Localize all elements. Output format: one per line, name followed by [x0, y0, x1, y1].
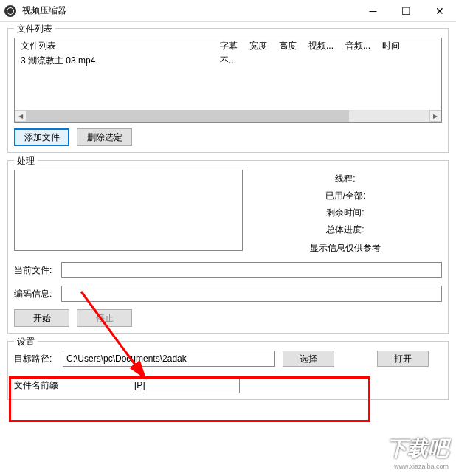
table-row[interactable]: 3 潮流教主 03.mp4 不...: [21, 53, 441, 68]
scroll-left-icon[interactable]: ◀: [15, 110, 27, 122]
col-audio[interactable]: 音频...: [345, 40, 382, 52]
table-header: 文件列表 字幕 宽度 高度 视频... 音频... 时间: [15, 38, 441, 53]
cell-file: 3 潮流教主 03.mp4: [21, 55, 220, 67]
scroll-track[interactable]: [27, 110, 429, 122]
prefix-label: 文件名前缀: [14, 379, 66, 392]
stat-used: 已用/全部:: [249, 190, 442, 202]
col-height[interactable]: 高度: [279, 40, 308, 52]
stat-threads: 线程:: [249, 173, 442, 185]
watermark-logo: 下载吧: [387, 435, 449, 463]
delete-selected-button[interactable]: 删除选定: [77, 128, 132, 146]
titlebar: 视频压缩器 ─ ☐ ✕: [0, 0, 456, 22]
horizontal-scrollbar[interactable]: ◀ ▶: [15, 110, 441, 122]
window-controls: ─ ☐ ✕: [356, 0, 456, 22]
col-time[interactable]: 时间: [382, 40, 412, 52]
info-note: 显示信息仅供参考: [249, 242, 442, 255]
close-button[interactable]: ✕: [423, 0, 456, 22]
cell-subtitle: 不...: [220, 55, 249, 67]
window-title: 视频压缩器: [21, 4, 356, 17]
file-list-group: 文件列表 文件列表 字幕 宽度 高度 视频... 音频... 时间 3 潮流教主…: [7, 28, 449, 153]
settings-group: 设置 目标路径: 选择 打开 文件名前缀: [7, 341, 449, 400]
minimize-button[interactable]: ─: [356, 0, 390, 22]
processing-group-label: 处理: [14, 155, 38, 168]
open-button[interactable]: 打开: [377, 351, 429, 367]
choose-button[interactable]: 选择: [283, 351, 334, 367]
watermark: 下载吧 www.xiazaiba.com: [387, 435, 449, 470]
scroll-thumb[interactable]: [27, 110, 349, 122]
file-table: 文件列表 字幕 宽度 高度 视频... 音频... 时间 3 潮流教主 03.m…: [14, 38, 442, 123]
maximize-button[interactable]: ☐: [390, 0, 423, 22]
table-body: 3 潮流教主 03.mp4 不...: [15, 53, 441, 68]
file-list-group-label: 文件列表: [14, 23, 55, 35]
stats-area: 线程: 已用/全部: 剩余时间: 总体进度: 显示信息仅供参考: [249, 170, 442, 255]
progress-area: [14, 170, 243, 251]
col-width[interactable]: 宽度: [249, 40, 279, 52]
processing-group: 处理 线程: 已用/全部: 剩余时间: 总体进度: 显示信息仅供参考 当前文件:…: [7, 160, 449, 334]
encoding-label: 编码信息:: [14, 288, 57, 300]
stop-button[interactable]: 停止: [77, 309, 132, 327]
stat-overall: 总体进度:: [249, 224, 442, 236]
add-file-button[interactable]: 添加文件: [14, 128, 69, 146]
app-icon: [4, 5, 16, 17]
col-subtitle[interactable]: 字幕: [220, 40, 249, 52]
scroll-right-icon[interactable]: ▶: [429, 110, 441, 122]
target-path-label: 目标路径:: [14, 353, 55, 365]
encoding-input[interactable]: [61, 286, 442, 302]
col-file[interactable]: 文件列表: [21, 40, 220, 52]
stat-remaining: 剩余时间:: [249, 207, 442, 219]
current-file-label: 当前文件:: [14, 264, 57, 277]
col-video[interactable]: 视频...: [308, 40, 345, 52]
settings-group-label: 设置: [14, 336, 38, 348]
watermark-url: www.xiazaiba.com: [387, 463, 449, 470]
start-button[interactable]: 开始: [14, 309, 69, 327]
prefix-input[interactable]: [131, 377, 240, 393]
target-path-input[interactable]: [63, 351, 275, 367]
current-file-input[interactable]: [61, 262, 442, 278]
